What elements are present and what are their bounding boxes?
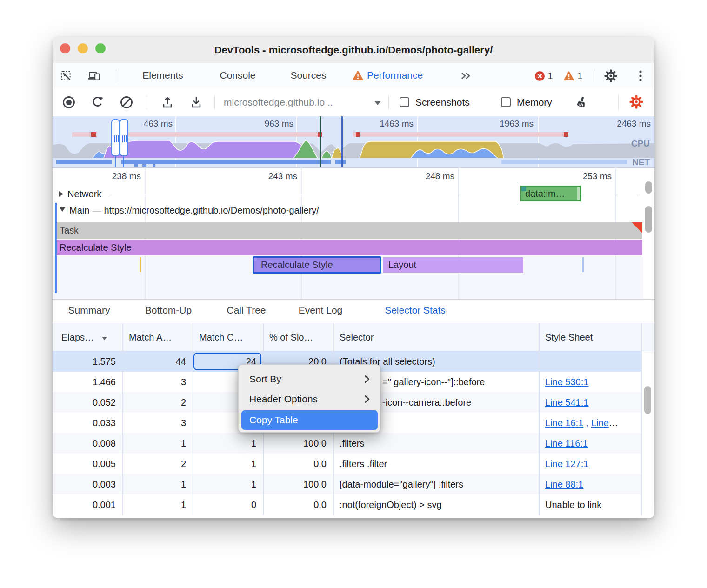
style-sheet-link[interactable]: Line 16:1 <box>545 418 583 428</box>
tab-elements[interactable]: Elements <box>130 63 196 88</box>
task-event-bar[interactable]: Task <box>57 222 642 239</box>
main-collapse-icon[interactable] <box>59 207 66 212</box>
cell-pct-slow[interactable]: 100.0 <box>263 433 333 454</box>
device-toolbar-icon[interactable] <box>88 70 101 82</box>
tab-call-tree[interactable]: Call Tree <box>220 300 272 321</box>
cell-match-attempts[interactable]: 2 <box>122 392 193 413</box>
tab-performance[interactable]: Performance <box>367 63 449 88</box>
menu-item-header-options[interactable]: Header Options <box>239 389 380 408</box>
menu-item-sort-by[interactable]: Sort By <box>239 369 380 388</box>
zoom-window-right-handle[interactable] <box>120 119 128 156</box>
event-tick <box>140 257 141 272</box>
cell-selector[interactable]: :not(foreignObject) > svg <box>333 494 539 515</box>
tab-summary[interactable]: Summary <box>62 300 116 321</box>
divider <box>594 69 594 82</box>
tab-event-log[interactable]: Event Log <box>291 300 350 321</box>
cell-match-attempts[interactable]: 1 <box>122 494 193 515</box>
table-scrollbar-thumb[interactable] <box>644 386 651 414</box>
upload-profile-icon[interactable] <box>160 95 174 109</box>
style-sheet-link[interactable]: Line 530:1 <box>545 377 588 387</box>
flame-scrollbar-thumb[interactable] <box>645 206 652 233</box>
settings-gear-icon[interactable] <box>604 69 617 82</box>
recalculate-style-event-bar[interactable]: Recalculate Style <box>57 240 642 255</box>
tab-console[interactable]: Console <box>206 63 269 88</box>
cell-match-count[interactable]: 0 <box>193 494 263 515</box>
style-sheet-link[interactable]: Line <box>591 418 609 428</box>
column-elapsed[interactable]: Elaps… <box>61 323 107 351</box>
cell-style-sheet: Line 530:1 <box>539 372 641 392</box>
clear-icon[interactable] <box>120 95 133 109</box>
cell-match-attempts[interactable]: 44 <box>122 351 193 372</box>
net-label: NET <box>632 157 650 167</box>
menu-item-copy-table[interactable]: Copy Table <box>241 410 378 430</box>
network-expand-icon[interactable] <box>59 191 64 197</box>
cell-selector[interactable]: .filters <box>333 433 539 454</box>
style-sheet-link[interactable]: Line 127:1 <box>545 459 588 469</box>
cell-match-count[interactable]: 1 <box>193 474 263 494</box>
record-icon[interactable] <box>62 95 76 109</box>
screenshots-label[interactable]: Screenshots <box>415 88 470 116</box>
cell-match-count[interactable]: 1 <box>193 433 263 454</box>
column-pct-slow[interactable]: % of Slo… <box>269 323 313 351</box>
memory-label[interactable]: Memory <box>517 88 552 116</box>
cell-pct-slow[interactable]: 0.0 <box>263 494 333 515</box>
cell-style-sheet: Line 541:1 <box>539 392 641 413</box>
timeline-minimap[interactable]: 463 ms 963 ms 1463 ms 1963 ms 2463 ms CP… <box>53 116 654 168</box>
table-row[interactable]: 0.003 1 1 100.0 [data-module="gallery"] … <box>53 474 641 494</box>
cell-selector[interactable]: [data-module="gallery"] .filters <box>333 474 539 494</box>
style-sheet-link[interactable]: Line 541:1 <box>545 397 588 408</box>
separator: , <box>583 418 591 428</box>
cell-elapsed[interactable]: 0.052 <box>53 392 122 413</box>
cell-elapsed[interactable]: 0.001 <box>53 494 122 515</box>
style-sheet-link[interactable]: Line 116:1 <box>545 438 588 448</box>
column-selector[interactable]: Selector <box>340 323 374 351</box>
tab-sources[interactable]: Sources <box>277 63 340 88</box>
cell-selector[interactable]: .filters .filter <box>333 454 539 474</box>
kebab-menu-icon[interactable] <box>639 70 642 82</box>
cell-elapsed[interactable]: 0.003 <box>53 474 122 494</box>
cell-elapsed[interactable]: 1.575 <box>53 351 122 372</box>
cell-elapsed[interactable]: 0.008 <box>53 433 122 454</box>
column-style-sheet[interactable]: Style Sheet <box>545 323 593 351</box>
memory-checkbox[interactable] <box>501 97 511 107</box>
cell-pct-slow[interactable]: 100.0 <box>263 474 333 494</box>
request-end-strip <box>577 187 580 200</box>
cell-pct-slow[interactable]: 0.0 <box>263 454 333 474</box>
ruler-time-label: 243 ms <box>255 170 297 182</box>
table-row[interactable]: 0.008 1 1 100.0 .filters Line 116:1 <box>53 433 641 454</box>
cell-match-attempts[interactable]: 3 <box>122 372 193 392</box>
network-lane-label[interactable]: Network <box>67 187 101 201</box>
cell-elapsed[interactable]: 0.005 <box>53 454 122 474</box>
download-profile-icon[interactable] <box>189 95 203 109</box>
column-match-count[interactable]: Match C… <box>199 323 243 351</box>
cell-elapsed[interactable]: 0.033 <box>53 413 122 433</box>
cell-elapsed[interactable]: 1.466 <box>53 372 122 392</box>
screenshots-checkbox[interactable] <box>400 97 409 107</box>
tab-selector-stats[interactable]: Selector Stats <box>369 300 461 321</box>
layout-event-bar[interactable]: Layout <box>383 257 523 273</box>
capture-settings-gear-icon[interactable] <box>629 95 643 109</box>
selected-recalculate-style-event[interactable]: Recalculate Style <box>253 256 381 274</box>
profile-select-dropdown[interactable]: microsoftedge.github.io .. <box>224 88 333 116</box>
style-sheet-link[interactable]: Line 88:1 <box>545 479 583 489</box>
table-row[interactable]: 0.001 1 0 0.0 :not(foreignObject) > svg … <box>53 494 641 515</box>
more-tabs-icon[interactable] <box>460 70 472 81</box>
cell-match-attempts[interactable]: 1 <box>122 474 193 494</box>
cell-match-attempts[interactable]: 3 <box>122 413 193 433</box>
reload-record-icon[interactable] <box>91 95 105 109</box>
zoom-window-left-handle[interactable] <box>111 119 120 156</box>
tab-bottom-up[interactable]: Bottom-Up <box>136 300 201 321</box>
divider <box>388 95 389 110</box>
table-row[interactable]: 0.005 2 1 0.0 .filters .filter Line 127:… <box>53 454 641 474</box>
warning-badge-icon[interactable] <box>563 71 574 81</box>
inspect-element-icon[interactable] <box>60 70 72 82</box>
flame-scrollbar-thumb[interactable] <box>645 181 652 194</box>
error-badge-icon[interactable] <box>534 71 545 81</box>
network-request-badge[interactable]: data:im… <box>520 186 581 201</box>
cell-match-attempts[interactable]: 2 <box>122 454 193 474</box>
cell-match-attempts[interactable]: 1 <box>122 433 193 454</box>
main-thread-label[interactable]: Main — https://microsoftedge.github.io/D… <box>69 202 319 218</box>
collect-garbage-icon[interactable] <box>574 96 588 110</box>
cell-match-count[interactable]: 1 <box>193 454 263 474</box>
column-match-attempts[interactable]: Match A… <box>129 323 172 351</box>
